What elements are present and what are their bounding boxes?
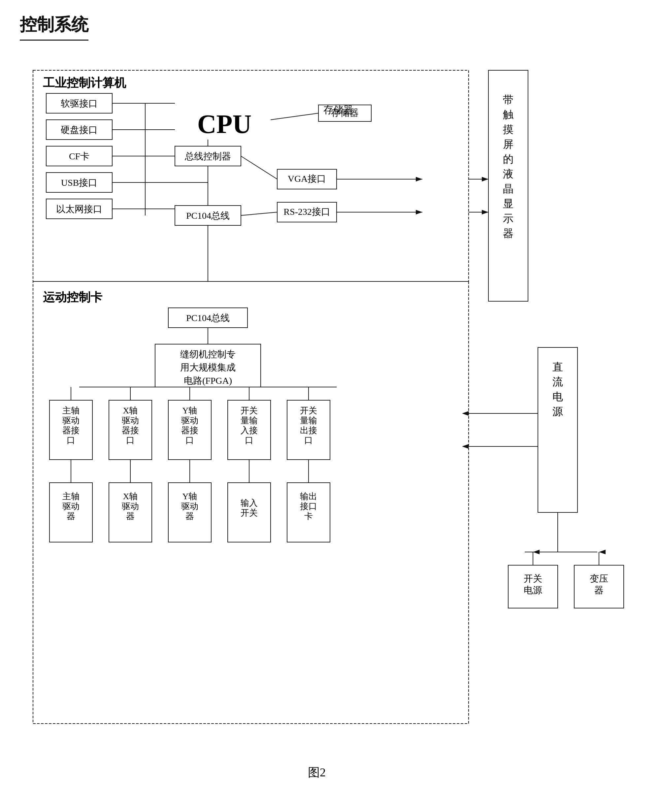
svg-text:器: 器	[503, 227, 514, 239]
svg-text:驱动: 驱动	[122, 416, 139, 425]
svg-text:口: 口	[126, 436, 135, 445]
svg-text:USB接口: USB接口	[61, 177, 97, 188]
svg-text:出接: 出接	[300, 426, 317, 435]
svg-text:触: 触	[503, 108, 514, 120]
svg-text:显: 显	[503, 198, 514, 209]
svg-text:屏: 屏	[503, 138, 514, 150]
svg-text:器: 器	[594, 585, 604, 595]
svg-text:量输: 量输	[300, 416, 317, 425]
svg-text:驱动: 驱动	[122, 501, 139, 511]
svg-text:带: 带	[503, 94, 514, 105]
svg-text:电路(FPGA): 电路(FPGA)	[184, 375, 232, 386]
svg-text:驱动: 驱动	[181, 501, 198, 511]
svg-text:驱动: 驱动	[62, 501, 80, 511]
svg-text:PC104总线: PC104总线	[186, 211, 230, 221]
svg-text:主轴: 主轴	[62, 406, 80, 415]
svg-text:工业控制计算机: 工业控制计算机	[43, 76, 126, 89]
svg-text:以太网接口: 以太网接口	[56, 204, 102, 214]
svg-text:器: 器	[67, 511, 75, 521]
svg-text:器: 器	[126, 511, 135, 521]
svg-text:流: 流	[552, 376, 563, 388]
svg-line-40	[241, 212, 277, 215]
svg-text:输入: 输入	[241, 498, 258, 508]
svg-text:器接: 器接	[122, 426, 139, 435]
svg-rect-4	[33, 70, 469, 281]
svg-text:X轴: X轴	[123, 491, 138, 501]
svg-text:变压: 变压	[590, 573, 608, 584]
svg-text:液: 液	[503, 168, 514, 180]
svg-text:的: 的	[503, 153, 514, 165]
svg-text:口: 口	[245, 436, 254, 445]
svg-text:开关: 开关	[300, 406, 317, 415]
svg-text:驱动: 驱动	[62, 416, 80, 425]
svg-text:RS-232接口: RS-232接口	[283, 207, 330, 217]
svg-text:总线控制器: 总线控制器	[184, 151, 231, 161]
svg-text:示: 示	[503, 212, 514, 224]
svg-text:缝纫机控制专: 缝纫机控制专	[180, 349, 236, 359]
svg-text:电: 电	[552, 391, 563, 402]
svg-text:PC104总线: PC104总线	[186, 313, 230, 323]
svg-text:硬盘接口: 硬盘接口	[61, 125, 98, 135]
svg-text:X轴: X轴	[123, 406, 138, 415]
svg-text:口: 口	[185, 436, 194, 445]
svg-text:接口: 接口	[300, 501, 317, 511]
svg-text:入接: 入接	[241, 426, 258, 435]
svg-text:口: 口	[67, 436, 75, 445]
svg-text:用大规模集成: 用大规模集成	[180, 362, 236, 373]
svg-text:开关: 开关	[241, 508, 258, 518]
svg-text:卡: 卡	[304, 511, 313, 521]
svg-text:输出: 输出	[300, 491, 317, 501]
page-title: 控制系统	[20, 13, 88, 41]
svg-text:器接: 器接	[62, 426, 80, 435]
svg-text:软驱接口: 软驱接口	[61, 98, 98, 108]
svg-line-39	[241, 156, 277, 179]
svg-text:VGA接口: VGA接口	[288, 174, 326, 184]
svg-text:开关: 开关	[524, 573, 542, 584]
svg-text:器: 器	[185, 511, 194, 521]
svg-text:源: 源	[552, 405, 563, 417]
svg-text:量输: 量输	[241, 416, 258, 425]
svg-text:器接: 器接	[181, 426, 198, 435]
svg-rect-18	[320, 116, 370, 133]
svg-text:CPU: CPU	[197, 110, 251, 139]
svg-text:电源: 电源	[524, 585, 542, 595]
svg-text:存储器: 存储器	[331, 108, 359, 118]
svg-text:主轴: 主轴	[62, 491, 80, 501]
svg-text:Y轴: Y轴	[182, 406, 197, 415]
svg-text:直: 直	[552, 361, 563, 373]
svg-text:驱动: 驱动	[181, 416, 198, 425]
svg-text:口: 口	[304, 436, 313, 445]
svg-text:开关: 开关	[241, 406, 258, 415]
svg-text:图2: 图2	[308, 766, 326, 779]
svg-text:运动控制卡: 运动控制卡	[43, 291, 103, 304]
svg-text:Y轴: Y轴	[182, 491, 197, 501]
svg-line-38	[271, 113, 318, 120]
svg-text:CF卡: CF卡	[69, 151, 89, 161]
svg-text:摸: 摸	[503, 123, 514, 135]
svg-text:晶: 晶	[503, 183, 514, 195]
